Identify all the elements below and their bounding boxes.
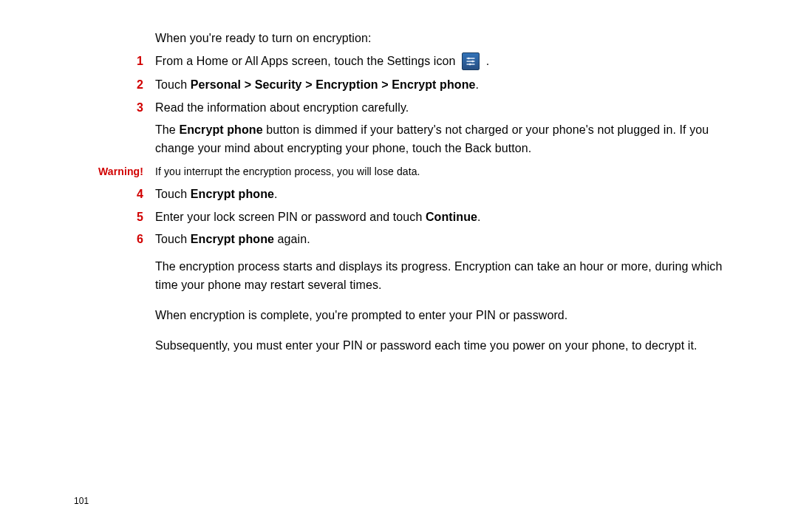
step-paragraph: Touch Encrypt phone again. bbox=[155, 231, 748, 249]
svg-rect-3 bbox=[468, 58, 469, 59]
warning-row: Warning! If you interrupt the encryption… bbox=[74, 163, 748, 181]
step-number: 4 bbox=[137, 188, 143, 200]
svg-rect-4 bbox=[472, 61, 474, 62]
step-body: From a Home or All Apps screen, touch th… bbox=[155, 52, 748, 72]
step-paragraph: The Encrypt phone button is dimmed if yo… bbox=[155, 121, 748, 158]
step-paragraph: From a Home or All Apps screen, touch th… bbox=[155, 52, 748, 72]
steps-list-1: 1From a Home or All Apps screen, touch t… bbox=[74, 52, 748, 158]
page: When you're ready to turn on encryption:… bbox=[0, 0, 798, 532]
followup-paragraph: When encryption is complete, you're prom… bbox=[155, 307, 748, 325]
followup-paragraph: Subsequently, you must enter your PIN or… bbox=[155, 337, 748, 355]
step-body: Touch Encrypt phone again. bbox=[155, 231, 748, 249]
step-row: 5Enter your lock screen PIN or password … bbox=[74, 208, 748, 227]
step-row: 4Touch Encrypt phone. bbox=[74, 185, 748, 204]
step-paragraph: Touch Personal > Security > Encryption >… bbox=[155, 76, 748, 95]
step-number: 5 bbox=[137, 211, 143, 223]
step-row: 3Read the information about encryption c… bbox=[74, 99, 748, 158]
step-paragraph: Enter your lock screen PIN or password a… bbox=[155, 208, 748, 227]
page-number: 101 bbox=[74, 494, 89, 508]
step-body: Touch Personal > Security > Encryption >… bbox=[155, 76, 748, 95]
followup-paragraphs: The encryption process starts and displa… bbox=[155, 258, 748, 355]
svg-rect-5 bbox=[469, 64, 471, 65]
step-body: Read the information about encryption ca… bbox=[155, 99, 748, 158]
step-body: Enter your lock screen PIN or password a… bbox=[155, 208, 748, 227]
step-number: 1 bbox=[137, 55, 143, 67]
steps-list-2: 4Touch Encrypt phone.5Enter your lock sc… bbox=[74, 185, 748, 249]
step-number: 2 bbox=[137, 78, 143, 91]
warning-label: Warning! bbox=[98, 166, 143, 177]
step-row: 6Touch Encrypt phone again. bbox=[74, 231, 748, 249]
settings-icon bbox=[462, 52, 480, 70]
step-row: 2Touch Personal > Security > Encryption … bbox=[74, 76, 748, 95]
step-paragraph: Touch Encrypt phone. bbox=[155, 185, 748, 204]
intro-text: When you're ready to turn on encryption: bbox=[155, 30, 748, 48]
step-number: 6 bbox=[137, 233, 143, 245]
step-number: 3 bbox=[137, 101, 143, 114]
step-row: 1From a Home or All Apps screen, touch t… bbox=[74, 52, 748, 72]
warning-text: If you interrupt the encryption process,… bbox=[155, 164, 748, 180]
step-body: Touch Encrypt phone. bbox=[155, 185, 748, 204]
followup-paragraph: The encryption process starts and displa… bbox=[155, 258, 748, 295]
step-paragraph: Read the information about encryption ca… bbox=[155, 99, 748, 117]
